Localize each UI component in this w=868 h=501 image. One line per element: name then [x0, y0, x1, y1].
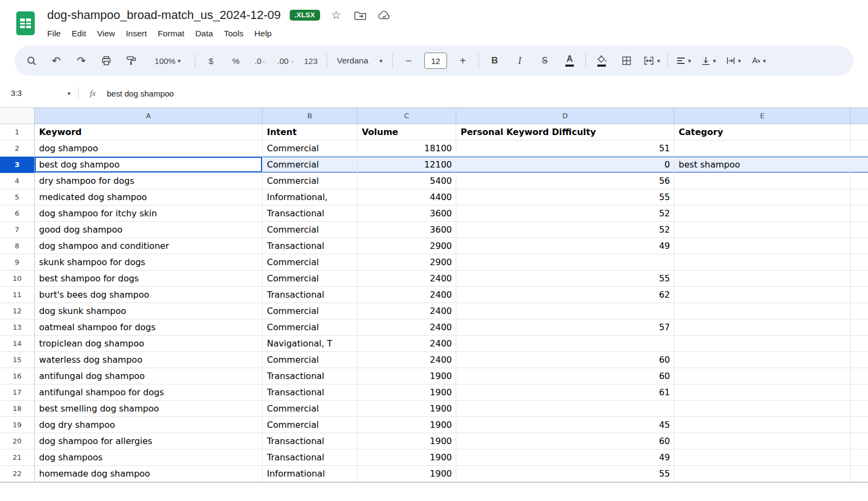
cell-E5[interactable]	[674, 189, 851, 205]
cell-E1[interactable]: Category	[674, 124, 851, 140]
cell-E19[interactable]	[674, 417, 851, 433]
document-title[interactable]: dog-shampoo_broad-match_us_2024-12-09	[47, 8, 281, 22]
cell-B11[interactable]: Transactional	[263, 287, 358, 303]
cell-C21[interactable]: 1900	[358, 449, 456, 466]
cell-B7[interactable]: Commercial	[263, 222, 358, 238]
cell-C22[interactable]: 1900	[358, 466, 456, 482]
row-header-18[interactable]: 18	[0, 401, 35, 417]
row-header-15[interactable]: 15	[0, 352, 35, 368]
row-header-11[interactable]: 11	[0, 287, 35, 303]
cell-D19[interactable]: 45	[456, 417, 674, 433]
cell-E11[interactable]	[674, 287, 851, 303]
column-header-C[interactable]: C	[358, 108, 456, 124]
cell-D21[interactable]: 49	[456, 449, 674, 466]
document-status-button[interactable]	[376, 8, 392, 23]
decrease-decimal-button[interactable]: .0 ←	[252, 52, 270, 70]
column-header-D[interactable]: D	[456, 108, 674, 124]
cell-A19[interactable]: dog dry shampoo	[35, 417, 263, 433]
cell-B10[interactable]: Commercial	[263, 271, 358, 287]
cell-D11[interactable]: 62	[456, 287, 674, 303]
cell-E12[interactable]	[674, 303, 851, 319]
cell-D7[interactable]: 52	[456, 222, 674, 238]
increase-font-size-button[interactable]: +	[454, 52, 472, 70]
cell-A20[interactable]: dog shampoo for allergies	[35, 433, 263, 449]
cell-C14[interactable]: 2400	[358, 336, 456, 352]
cell-D5[interactable]: 55	[456, 189, 674, 205]
strikethrough-button[interactable]: S	[535, 52, 554, 70]
cell-C11[interactable]: 2400	[358, 287, 456, 303]
column-header-B[interactable]: B	[263, 108, 358, 124]
cell-B12[interactable]: Commercial	[263, 303, 358, 319]
menu-format[interactable]: Format	[152, 26, 190, 41]
formula-input[interactable]: best dog shampoo	[107, 89, 174, 98]
cell-B15[interactable]: Commercial	[263, 352, 358, 368]
cell-A15[interactable]: waterless dog shampoo	[35, 352, 263, 368]
row-header-9[interactable]: 9	[0, 254, 35, 271]
cell-A1[interactable]: Keyword	[35, 124, 263, 140]
horizontal-align-button[interactable]: ▾	[674, 52, 693, 70]
cell-E9[interactable]	[674, 254, 851, 271]
cell-B17[interactable]: Transactional	[263, 384, 358, 401]
cell-B18[interactable]: Commercial	[263, 401, 358, 417]
cell-A8[interactable]: dog shampoo and conditioner	[35, 238, 263, 254]
italic-button[interactable]: I	[510, 52, 529, 70]
cell-D22[interactable]: 55	[456, 466, 674, 482]
cell-B22[interactable]: Informational	[263, 466, 358, 482]
cell-C20[interactable]: 1900	[358, 433, 456, 449]
select-all-corner[interactable]	[0, 108, 35, 124]
cell-A4[interactable]: dry shampoo for dogs	[35, 173, 263, 189]
cell-D8[interactable]: 49	[456, 238, 674, 254]
cell-C2[interactable]: 18100	[358, 140, 456, 157]
cell-A14[interactable]: tropiclean dog shampoo	[35, 336, 263, 352]
cell-D20[interactable]: 60	[456, 433, 674, 449]
cell-C10[interactable]: 2400	[358, 271, 456, 287]
row-header-4[interactable]: 4	[0, 173, 35, 189]
cell-D6[interactable]: 52	[456, 205, 674, 222]
row-header-14[interactable]: 14	[0, 336, 35, 352]
cell-E21[interactable]	[674, 449, 851, 466]
cell-E2[interactable]	[674, 140, 851, 157]
menu-insert[interactable]: Insert	[120, 26, 152, 41]
cell-C19[interactable]: 1900	[358, 417, 456, 433]
cell-E3[interactable]: best shampoo	[674, 157, 851, 173]
more-formats-button[interactable]: 123	[302, 52, 320, 70]
cell-C17[interactable]: 1900	[358, 384, 456, 401]
cell-D16[interactable]: 60	[456, 368, 674, 384]
undo-button[interactable]: ↶	[47, 52, 66, 70]
cell-A7[interactable]: good dog shampoo	[35, 222, 263, 238]
currency-format-button[interactable]: $	[202, 52, 220, 70]
cell-B5[interactable]: Informational,	[263, 189, 358, 205]
star-button[interactable]: ☆	[329, 8, 344, 23]
cell-A22[interactable]: homemade dog shampoo	[35, 466, 263, 482]
cell-E13[interactable]	[674, 319, 851, 336]
cell-A9[interactable]: skunk shampoo for dogs	[35, 254, 263, 271]
row-header-19[interactable]: 19	[0, 417, 35, 433]
menu-view[interactable]: View	[92, 26, 120, 41]
cell-E20[interactable]	[674, 433, 851, 449]
cell-A18[interactable]: best smelling dog shampoo	[35, 401, 263, 417]
cell-D12[interactable]	[456, 303, 674, 319]
text-rotation-button[interactable]: ▾	[749, 52, 768, 70]
cell-A10[interactable]: best shampoo for dogs	[35, 271, 263, 287]
cell-E17[interactable]	[674, 384, 851, 401]
cell-E8[interactable]	[674, 238, 851, 254]
cell-A2[interactable]: dog shampoo	[35, 140, 263, 157]
cell-D1[interactable]: Personal Keyword Difficulty	[456, 124, 674, 140]
column-header-A[interactable]: A	[35, 108, 263, 124]
cell-B3[interactable]: Commercial	[263, 157, 358, 173]
cell-C9[interactable]: 2900	[358, 254, 456, 271]
font-size-input[interactable]: 12	[424, 53, 447, 69]
cell-C7[interactable]: 3600	[358, 222, 456, 238]
cell-C16[interactable]: 1900	[358, 368, 456, 384]
cell-D15[interactable]: 60	[456, 352, 674, 368]
cell-C5[interactable]: 4400	[358, 189, 456, 205]
cell-D2[interactable]: 51	[456, 140, 674, 157]
cell-C8[interactable]: 2900	[358, 238, 456, 254]
cell-A5[interactable]: medicated dog shampoo	[35, 189, 263, 205]
menu-edit[interactable]: Edit	[66, 26, 92, 41]
borders-button[interactable]	[617, 52, 636, 70]
cell-A17[interactable]: antifungal shampoo for dogs	[35, 384, 263, 401]
row-header-16[interactable]: 16	[0, 368, 35, 384]
cell-B19[interactable]: Commercial	[263, 417, 358, 433]
cell-A21[interactable]: dog shampoos	[35, 449, 263, 466]
